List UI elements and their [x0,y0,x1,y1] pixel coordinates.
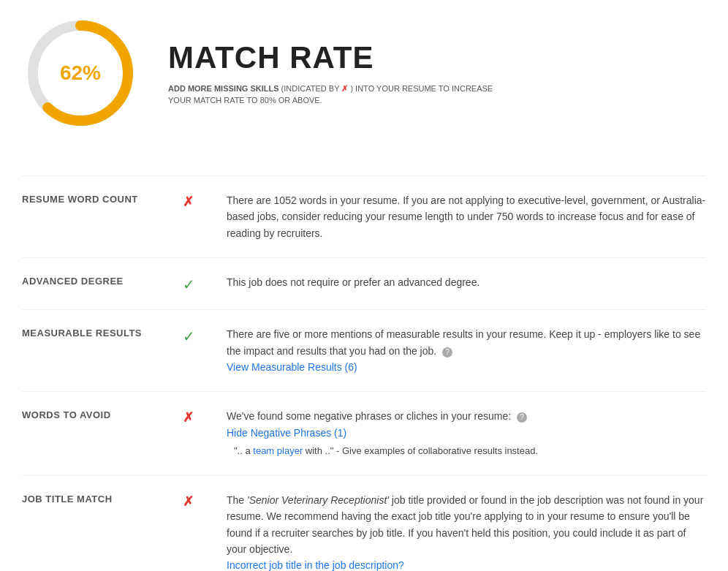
fail-icon: ✗ [183,194,194,210]
pass-icon: ✓ [183,328,195,345]
label-resume-word-count: RESUME WORD COUNT [22,192,183,205]
donut-chart: 62% [22,15,139,132]
match-rate-title: MATCH RATE [168,40,504,75]
negative-phrase-text: ".. a team player with .." - Give exampl… [227,444,706,459]
content-advanced-degree: This job does not require or prefer an a… [227,274,706,290]
subtitle-x: ✗ [341,84,348,93]
team-player-link[interactable]: team player [253,445,303,456]
incorrect-job-title-link[interactable]: Incorrect job title in the job descripti… [227,559,404,571]
row-resume-word-count: RESUME WORD COUNT ✗ There are 1052 words… [22,176,706,258]
content-measurable-results: There are five or more mentions of measu… [227,326,706,375]
match-rate-subtitle: ADD MORE MISSING SKILLS (INDICATED BY ✗ … [168,83,504,107]
pass-icon: ✓ [183,276,195,293]
fail-icon: ✗ [183,494,194,510]
subtitle-bold: ADD MORE MISSING SKILLS [168,84,279,93]
info-icon-measurable[interactable]: ? [442,347,452,358]
label-job-title-match: JOB TITLE MATCH [22,492,183,504]
icon-job-title-match: ✗ [183,492,227,510]
header-section: 62% MATCH RATE ADD MORE MISSING SKILLS (… [22,15,706,146]
row-advanced-degree: ADVANCED DEGREE ✓ This job does not requ… [22,258,706,310]
icon-measurable-results: ✓ [183,326,227,345]
row-measurable-results: MEASURABLE RESULTS ✓ There are five or m… [22,310,706,392]
row-job-title-match: JOB TITLE MATCH ✗ The 'Senior Veterinary… [22,476,706,571]
hide-negative-phrases-link[interactable]: Hide Negative Phrases (1) [227,427,346,439]
content-job-title-match: The 'Senior Veterinary Receptionist' job… [227,492,706,571]
rows-section: RESUME WORD COUNT ✗ There are 1052 words… [22,175,706,571]
row-words-to-avoid: WORDS TO AVOID ✗ We've found some negati… [22,392,706,476]
info-icon-words[interactable]: ? [517,412,527,423]
icon-resume-word-count: ✗ [183,192,227,210]
view-measurable-results-link[interactable]: View Measurable Results (6) [227,361,357,373]
label-measurable-results: MEASURABLE RESULTS [22,326,183,339]
content-resume-word-count: There are 1052 words in your resume. If … [227,192,706,241]
match-percentage: 62% [60,61,101,85]
label-words-to-avoid: WORDS TO AVOID [22,408,183,420]
label-advanced-degree: ADVANCED DEGREE [22,274,183,287]
icon-words-to-avoid: ✗ [183,408,227,426]
match-rate-text: MATCH RATE ADD MORE MISSING SKILLS (INDI… [168,40,504,107]
icon-advanced-degree: ✓ [183,274,227,293]
content-words-to-avoid: We've found some negative phrases or cli… [227,408,706,459]
fail-icon: ✗ [183,409,194,426]
subtitle-mid: (INDICATED BY [279,84,342,93]
